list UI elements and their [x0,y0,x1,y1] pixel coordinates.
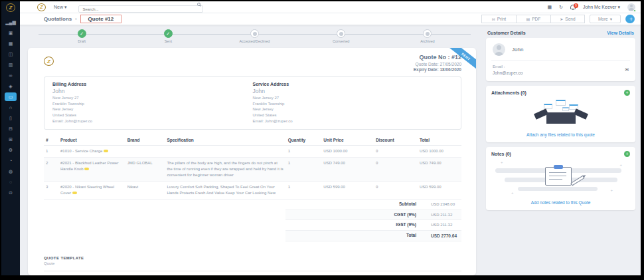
print-button[interactable]: ⊟Print [481,15,516,23]
notifications-bell-icon[interactable]: 9 [570,5,576,9]
cgst-row: CGST (9%) USD 211.32 [285,210,461,220]
quote-card: SENT Z Quote No : #12 Quote Date: 27/05/… [28,48,476,275]
billing-address-title: Billing Address [52,82,253,86]
quotes-icon-active[interactable]: ▭ [5,92,17,101]
gear-icon[interactable]: ⚙ [5,146,17,154]
empty-box-illustration [491,98,630,130]
printer-icon: ⊟ [492,17,495,21]
step-archived[interactable]: Archived [384,29,471,47]
igst-value: USD 211.32 [431,222,461,227]
globe-icon[interactable]: ◍ [5,167,17,176]
step-accepted-declined[interactable]: Accepted/Declined [211,29,297,47]
step-converted[interactable]: Converted [298,29,384,47]
add-attachment-button[interactable]: + [624,90,630,96]
top-navbar: Z New ▾ ▦ ↻ 9 John Mc Keever ▾ [20,1,641,13]
bar-chart-icon[interactable]: ▂▄▆ [5,18,17,27]
tag-icon[interactable]: ◈ [5,82,17,90]
link-icon[interactable]: ∞ [5,71,17,80]
cell-product: #2020 - Nikavi Steering Wheel Cover [58,182,125,200]
search-icon[interactable] [197,3,201,6]
chat-icon[interactable]: ◌ [5,178,17,186]
paper-icon [562,107,569,111]
step-sent[interactable]: ✓ Sent [125,29,211,47]
breadcrumb-current-quote: Quote #12 [80,15,122,23]
col-unit-price: Unit Price [321,135,374,146]
briefcase-icon[interactable]: ▣ [5,29,17,37]
caret-down-icon: ▾ [610,17,612,22]
cell-product: #2021 - Blackhud Leather Power Handle Kn… [58,158,125,182]
quote-header: Z Quote No : #12 Quote Date: 27/05/2020 … [44,54,461,72]
notes-panel: Notes (0) + + + + + [486,147,635,210]
topbar-right: ▦ ↻ 9 John Mc Keever ▾ [547,3,635,11]
check-icon: ✓ [78,29,86,38]
view-details-link[interactable]: View Details [607,31,634,35]
total-value: USD 2770.64 [431,233,461,239]
pending-dot-icon [250,29,259,38]
table-row: 3 #2020 - Nikavi Steering Wheel Cover Ni… [44,182,461,200]
notes-illustration: + + + + [491,159,630,198]
service-line: United States [253,112,453,118]
clipboard-icon[interactable]: ▯ [5,114,17,122]
cell-discount: 0 [374,146,418,158]
send-button[interactable]: ➤Send [550,15,585,23]
sync-icon[interactable]: ↻ [559,4,563,11]
target-icon[interactable]: ⊙ [5,188,17,197]
new-dropdown[interactable]: New ▾ [54,5,66,10]
apps-grid-icon[interactable]: ▦ [547,4,552,11]
product-tag-icon [104,150,108,152]
step-draft[interactable]: ✓ Draft [39,29,125,47]
customer-name: John [512,47,523,53]
new-label: New [54,5,63,9]
truck-icon[interactable]: ⊟ [5,124,17,133]
add-notes-link[interactable]: Add notes related to this Quote [491,200,630,205]
addresses-box: Billing Address John New Jersey 27 Frank… [44,76,461,130]
assets-icon[interactable]: ▥ [5,61,17,69]
add-quote-button[interactable]: + [625,15,635,23]
billing-line: New Jersey 27 [52,95,253,101]
left-sidebar: Z ▂▄▆ ▣ ▦ ◫ ▥ ∞ ◈ ▭ ∩ ▯ ⊟ ⊞ ⚙ ◔ ◍ ◌ ⊙ [1,1,20,275]
headset-icon[interactable]: ∩ [5,103,17,112]
attach-files-link[interactable]: Attach any files related to this quote [491,132,630,137]
user-name: John Mc Keever [583,5,617,9]
quote-actions: ⊟Print ▤PDF ➤Send More▾ + [481,15,635,23]
grand-total-row: Total USD 2770.64 [285,231,461,241]
step-label: Draft [78,39,86,43]
attachments-title: Attachments (0) [491,90,526,95]
notes-title: Notes (0) [491,152,511,156]
pdf-button[interactable]: ▤PDF [516,15,550,23]
total-label: Total [285,233,431,237]
sparkle-icon: + [610,188,613,192]
quote-template-label: QUOTE TEMPLATE [44,256,461,260]
table-row: 1 #1010 - Service Charge 1 USD 1000.00 0… [44,146,461,158]
clipboard-illustration [545,167,572,186]
clipboard-clip [554,165,563,169]
users-icon[interactable]: ◫ [5,50,17,59]
box-body [546,112,576,124]
quote-template-value: Quote [44,261,461,265]
pdf-label: PDF [532,17,540,21]
app-window: Z ▂▄▆ ▣ ▦ ◫ ▥ ∞ ◈ ▭ ∩ ▯ ⊟ ⊞ ⚙ ◔ ◍ ◌ ⊙ Z … [0,0,644,280]
cell-index: 2 [44,158,58,182]
quote-meta: Quote No : #12 Quote Date: 27/05/2020 Ex… [414,54,461,72]
sparkle-icon: + [501,160,503,164]
grid-icon[interactable]: ⊞ [5,135,17,144]
calendar-icon[interactable]: ▦ [5,39,17,48]
zuper-logo-icon[interactable]: Z [6,3,15,12]
user-menu[interactable]: John Mc Keever ▾ [583,5,620,10]
more-button[interactable]: More▾ [590,15,621,23]
search-input[interactable] [78,5,203,13]
notes-header: Notes (0) + [491,151,630,157]
cell-total: USD 1000.00 [418,146,461,158]
sparkle-icon: + [511,191,514,195]
breadcrumb-quotations[interactable]: Quotations [44,16,72,22]
subtotal-label: Subtotal [285,202,431,206]
customer-row: John [491,42,630,61]
envelope-icon[interactable]: ✉ [625,67,629,72]
service-line: Franklin Township [253,101,453,107]
clock-icon[interactable]: ◔ [5,156,17,165]
cell-brand: JMD GLOBAL [125,158,165,182]
cell-brand: Nikavi [125,182,165,200]
user-avatar[interactable] [627,3,635,11]
step-label: Archived [420,39,434,43]
add-note-button[interactable]: + [624,151,630,157]
